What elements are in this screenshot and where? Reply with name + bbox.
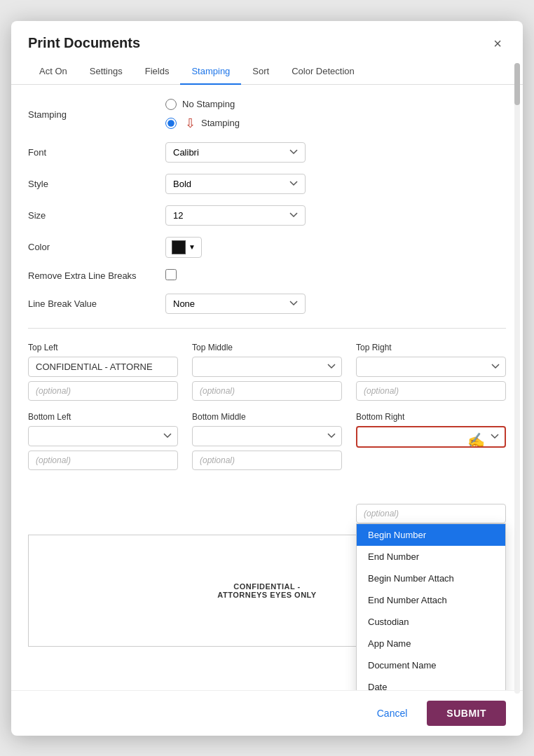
- bottom-right-dropdown: Begin Number End Number Begin Number Att…: [356, 523, 506, 690]
- bottom-middle-label: Bottom Middle: [192, 412, 342, 422]
- style-select[interactable]: Bold: [165, 174, 306, 194]
- top-right-select[interactable]: [356, 357, 506, 377]
- color-row: Color ▼: [28, 237, 506, 258]
- dropdown-item-end-number-attach[interactable]: End Number Attach: [357, 589, 505, 611]
- bottom-middle-col: Bottom Middle: [192, 412, 342, 523]
- bottom-right-col: Bottom Right Begin Number End Number Beg…: [356, 412, 506, 523]
- bottom-middle-optional[interactable]: [192, 451, 342, 470]
- top-left-optional[interactable]: [28, 381, 178, 401]
- top-left-col: Top Left: [28, 343, 178, 401]
- submit-button[interactable]: SUBMIT: [427, 701, 506, 726]
- bottom-middle-select[interactable]: [192, 426, 342, 446]
- tab-color-detection[interactable]: Color Detection: [280, 59, 366, 85]
- close-button[interactable]: ×: [489, 35, 506, 52]
- dropdown-item-date[interactable]: Date: [357, 676, 505, 690]
- dropdown-item-custodian[interactable]: Custodian: [357, 611, 505, 633]
- bottom-right-label: Bottom Right: [356, 412, 506, 422]
- top-middle-optional[interactable]: [192, 381, 342, 401]
- position-grid-bottom: Bottom Left Bottom Middle Bottom Right: [28, 412, 506, 523]
- stamping-radio-label: Stamping: [201, 118, 240, 128]
- style-row: Style Bold: [28, 174, 506, 194]
- size-select[interactable]: 12: [165, 205, 306, 226]
- top-middle-select[interactable]: [192, 357, 342, 377]
- tab-settings[interactable]: Settings: [78, 59, 134, 85]
- remove-breaks-checkbox[interactable]: [165, 269, 177, 280]
- top-right-label: Top Right: [356, 343, 506, 352]
- no-stamping-label: No Stamping: [182, 99, 235, 109]
- preview-watermark: CONFIDENTIAL - ATTORNEYS EYES ONLY: [217, 582, 316, 599]
- arrow-icon: ⇩: [185, 116, 196, 131]
- top-middle-label: Top Middle: [192, 343, 342, 352]
- bottom-left-select[interactable]: [28, 426, 178, 446]
- stamping-radio-group: No Stamping ⇩ Stamping: [165, 99, 506, 131]
- stamping-radio[interactable]: [165, 118, 177, 129]
- bottom-right-select[interactable]: [356, 426, 506, 448]
- remove-breaks-row: Remove Extra Line Breaks: [28, 269, 506, 282]
- style-label: Style: [28, 179, 154, 189]
- preview-line1: CONFIDENTIAL -: [217, 582, 316, 591]
- remove-breaks-control: [165, 269, 506, 282]
- line-break-row: Line Break Value None: [28, 294, 506, 314]
- stamping-option[interactable]: ⇩ Stamping: [165, 116, 506, 131]
- top-middle-col: Top Middle: [192, 343, 342, 401]
- font-label: Font: [28, 147, 154, 158]
- stamping-row: Stamping No Stamping ⇩ Stamping: [28, 99, 506, 131]
- line-break-control: None: [165, 294, 506, 314]
- dropdown-item-end-number[interactable]: End Number: [357, 546, 505, 568]
- position-grid-top: Top Left Top Middle Top Right: [28, 343, 506, 401]
- cancel-button[interactable]: Cancel: [366, 701, 419, 726]
- size-row: Size 12: [28, 205, 506, 226]
- top-right-optional[interactable]: [356, 381, 506, 401]
- scrollbar-thumb[interactable]: [514, 63, 520, 105]
- bottom-left-optional[interactable]: [28, 451, 178, 470]
- bottom-left-label: Bottom Left: [28, 412, 178, 422]
- dialog-footer: Cancel SUBMIT: [11, 690, 523, 736]
- no-stamping-radio[interactable]: [165, 99, 177, 110]
- size-control-area: 12: [165, 205, 506, 226]
- bottom-left-col: Bottom Left: [28, 412, 178, 523]
- section-divider: [28, 328, 506, 329]
- color-control-area: ▼: [165, 237, 506, 258]
- tab-fields[interactable]: Fields: [134, 59, 181, 85]
- font-select[interactable]: Calibri: [165, 142, 306, 163]
- dropdown-item-document-name[interactable]: Document Name: [357, 654, 505, 676]
- color-picker-button[interactable]: ▼: [165, 237, 202, 258]
- top-right-col: Top Right: [356, 343, 506, 401]
- bottom-right-optional[interactable]: [356, 504, 506, 523]
- preview-line2: ATTORNEYS EYES ONLY: [217, 591, 316, 599]
- line-break-label: Line Break Value: [28, 298, 154, 309]
- dropdown-item-begin-number[interactable]: Begin Number: [357, 524, 505, 546]
- top-left-label: Top Left: [28, 343, 178, 352]
- tab-act-on[interactable]: Act On: [28, 59, 78, 85]
- tab-sort[interactable]: Sort: [241, 59, 280, 85]
- dialog-body: Stamping No Stamping ⇩ Stamping Font Cal…: [11, 85, 523, 690]
- remove-breaks-label: Remove Extra Line Breaks: [28, 270, 154, 281]
- dialog-title: Print Documents: [28, 35, 140, 51]
- style-control-area: Bold: [165, 174, 506, 194]
- tab-stamping[interactable]: Stamping: [180, 59, 241, 85]
- stamping-label: Stamping: [28, 109, 154, 120]
- dropdown-item-begin-number-attach[interactable]: Begin Number Attach: [357, 568, 505, 589]
- dialog-header: Print Documents ×: [11, 21, 523, 59]
- dropdown-item-app-name[interactable]: App Name: [357, 633, 505, 654]
- color-label: Color: [28, 242, 154, 252]
- tab-bar: Act On Settings Fields Stamping Sort Col…: [11, 59, 523, 85]
- size-label: Size: [28, 210, 154, 221]
- line-break-select[interactable]: None: [165, 294, 306, 314]
- color-dropdown-arrow: ▼: [189, 243, 196, 251]
- color-swatch: [172, 240, 186, 254]
- no-stamping-option[interactable]: No Stamping: [165, 99, 506, 110]
- font-row: Font Calibri: [28, 142, 506, 163]
- font-control-area: Calibri: [165, 142, 506, 163]
- top-left-input[interactable]: [28, 357, 178, 377]
- scrollbar-track: [514, 63, 520, 694]
- print-documents-dialog: Print Documents × Act On Settings Fields…: [11, 21, 523, 736]
